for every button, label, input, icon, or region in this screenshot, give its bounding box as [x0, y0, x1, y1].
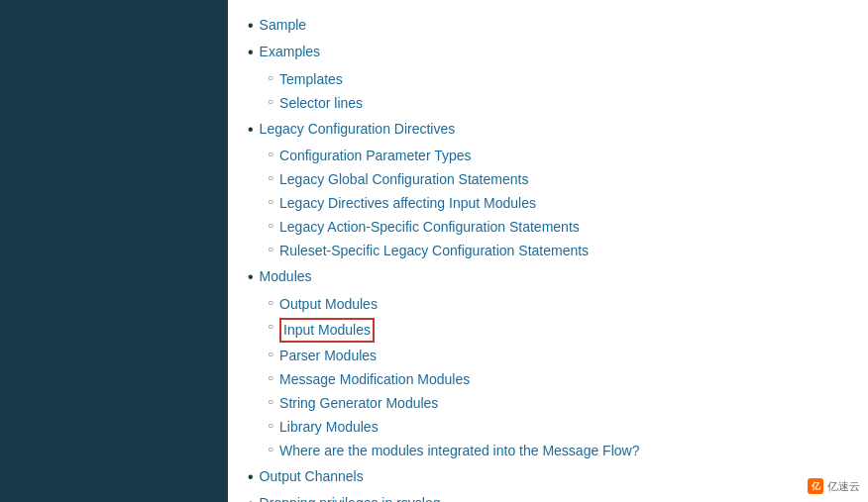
- circle-icon: ○: [268, 369, 273, 387]
- list-item: ○ Parser Modules: [268, 346, 848, 366]
- config-param-types-link[interactable]: Configuration Parameter Types: [279, 146, 472, 166]
- list-item: ○ Where are the modules integrated into …: [268, 441, 848, 461]
- selector-lines-link[interactable]: Selector lines: [279, 93, 363, 114]
- circle-icon: ○: [268, 417, 273, 435]
- legacy-sub-list: ○ Configuration Parameter Types ○ Legacy…: [268, 146, 848, 261]
- circle-icon: ○: [268, 393, 273, 411]
- modules-link[interactable]: Modules: [260, 266, 312, 287]
- list-item: ○ Legacy Directives affecting Input Modu…: [268, 193, 848, 214]
- main-content: • Sample • Examples ○ Templates ○ Select…: [228, 0, 868, 502]
- circle-icon: ○: [268, 93, 273, 111]
- list-item: • Examples ○ Templates ○ Selector lines: [248, 42, 848, 113]
- list-item: ○ String Generator Modules: [268, 393, 848, 414]
- watermark: 亿 亿速云: [808, 478, 860, 494]
- library-modules-link[interactable]: Library Modules: [279, 417, 379, 438]
- list-item: • Legacy Configuration Directives ○ Conf…: [248, 119, 848, 261]
- bullet-icon: •: [248, 493, 254, 502]
- string-gen-link[interactable]: String Generator Modules: [279, 393, 438, 414]
- list-item: • Modules ○ Output Modules ○ Input Modul…: [248, 266, 848, 460]
- circle-icon: ○: [268, 169, 273, 187]
- list-item: ○ Ruleset-Specific Legacy Configuration …: [268, 241, 848, 261]
- bullet-icon: •: [248, 119, 254, 141]
- watermark-text: 亿速云: [827, 479, 860, 494]
- legacy-directives-link[interactable]: Legacy Directives affecting Input Module…: [279, 193, 536, 214]
- legacy-action-link[interactable]: Legacy Action-Specific Configuration Sta…: [279, 217, 580, 238]
- message-mod-link[interactable]: Message Modification Modules: [279, 369, 470, 390]
- legacy-config-link[interactable]: Legacy Configuration Directives: [260, 119, 456, 140]
- watermark-icon: 亿: [808, 478, 823, 494]
- ruleset-legacy-link[interactable]: Ruleset-Specific Legacy Configuration St…: [279, 241, 589, 261]
- circle-icon: ○: [268, 69, 273, 87]
- list-item: ○ Legacy Action-Specific Configuration S…: [268, 217, 848, 238]
- list-item: ○ Configuration Parameter Types: [268, 146, 848, 166]
- circle-icon: ○: [268, 217, 273, 235]
- circle-icon: ○: [268, 318, 273, 336]
- examples-link[interactable]: Examples: [260, 42, 320, 62]
- dropping-privileges-link[interactable]: Dropping privileges in rsyslog: [260, 493, 441, 502]
- list-item: • Output Channels: [248, 466, 848, 488]
- bullet-icon: •: [248, 15, 254, 37]
- examples-sub-list: ○ Templates ○ Selector lines: [268, 69, 848, 114]
- circle-icon: ○: [268, 294, 273, 312]
- bullet-icon: •: [248, 42, 254, 63]
- toc-list: • Sample • Examples ○ Templates ○ Select…: [248, 15, 848, 502]
- list-item: ○ Output Modules: [268, 294, 848, 315]
- circle-icon: ○: [268, 146, 273, 163]
- list-item: ○ Selector lines: [268, 93, 848, 114]
- bullet-icon: •: [248, 266, 254, 288]
- circle-icon: ○: [268, 346, 273, 363]
- circle-icon: ○: [268, 193, 273, 211]
- parser-modules-link[interactable]: Parser Modules: [279, 346, 377, 366]
- list-item: ○ Library Modules: [268, 417, 848, 438]
- sample-link[interactable]: Sample: [260, 15, 306, 36]
- list-item: ○ Legacy Global Configuration Statements: [268, 169, 848, 190]
- list-item: ○ Message Modification Modules: [268, 369, 848, 390]
- circle-icon: ○: [268, 441, 273, 458]
- list-item: ○ Input Modules: [268, 318, 848, 343]
- templates-link[interactable]: Templates: [279, 69, 343, 90]
- output-modules-link[interactable]: Output Modules: [279, 294, 378, 315]
- list-item: ○ Templates: [268, 69, 848, 90]
- legacy-global-link[interactable]: Legacy Global Configuration Statements: [279, 169, 528, 190]
- modules-sub-list: ○ Output Modules ○ Input Modules ○ Parse…: [268, 294, 848, 461]
- list-item: • Dropping privileges in rsyslog: [248, 493, 848, 502]
- bullet-icon: •: [248, 466, 254, 488]
- sidebar: [0, 0, 228, 502]
- output-channels-link[interactable]: Output Channels: [260, 466, 364, 487]
- circle-icon: ○: [268, 241, 273, 258]
- modules-message-flow-link[interactable]: Where are the modules integrated into th…: [279, 441, 639, 461]
- list-item: • Sample: [248, 15, 848, 37]
- input-modules-link[interactable]: Input Modules: [279, 318, 375, 343]
